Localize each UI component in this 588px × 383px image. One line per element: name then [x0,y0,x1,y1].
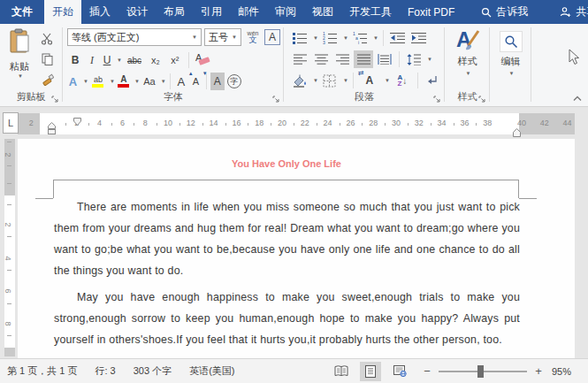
align-center-icon[interactable] [311,50,331,68]
clear-formatting-button[interactable]: A [194,51,213,69]
font-size-dropdown-arrow[interactable]: ▼ [228,34,237,40]
font-name-combobox[interactable]: 等线 (西文正文) ▼ [67,28,202,46]
line-spacing-dropdown-arrow[interactable]: ▼ [427,57,432,62]
collapse-ribbon-icon[interactable] [572,93,583,103]
sort-button[interactable]: AZ ↓ [392,72,413,89]
tab-开始[interactable]: 开始 [44,0,81,24]
word-count[interactable]: 303 个字 [125,364,180,378]
font-dialog-launcher-icon[interactable] [272,95,280,103]
justify-icon[interactable] [354,50,373,68]
shading-dropdown-arrow[interactable]: ▼ [313,78,318,83]
numbering-icon[interactable]: 123 [320,29,340,47]
subscript-button[interactable]: x₂ [147,51,164,69]
zoom-out-button[interactable]: − [423,364,431,378]
tab-视图[interactable]: 视图 [304,0,341,24]
underline-dropdown-arrow[interactable]: ▼ [117,57,122,63]
vertical-ruler[interactable]: 22468 [4,139,15,356]
document-page[interactable]: You Have Only One Life There are moments… [18,139,575,358]
line-spacing-icon[interactable] [404,50,424,68]
asian-layout-button[interactable]: A ⇄ [358,72,381,89]
font-name-dropdown-arrow[interactable]: ▼ [188,34,197,40]
read-mode-icon[interactable] [331,362,352,381]
zoom-slider-thumb[interactable] [477,365,484,378]
highlight-dropdown-arrow[interactable]: ▼ [110,79,115,84]
hanging-indent-marker[interactable] [48,122,56,138]
tab-tell-me[interactable]: 告诉我 [473,0,536,24]
multilevel-list-icon[interactable]: 1ai [350,29,370,47]
font-color-dropdown-arrow[interactable]: ▼ [134,79,140,84]
asian-layout-dropdown-arrow[interactable]: ▼ [385,78,390,83]
bold-button[interactable]: B [67,51,83,69]
tab-审阅[interactable]: 审阅 [267,0,304,24]
decrease-indent-icon[interactable] [388,29,408,47]
tab-开发工具[interactable]: 开发工具 [341,0,400,24]
body-paragraph-2[interactable]: May you have enough happiness to make yo… [54,287,520,350]
page-info[interactable]: 第 1 页，共 1 页 [0,364,86,378]
zoom-in-button[interactable]: + [534,364,543,378]
character-shading-button[interactable]: A [210,73,225,90]
borders-icon[interactable] [320,72,340,89]
editing-dropdown-arrow[interactable]: ▼ [509,71,515,76]
shrink-font-button[interactable]: A▼ [189,73,202,90]
styles-dropdown-arrow[interactable]: ▼ [466,71,471,76]
paste-button[interactable]: 粘贴 ▼ [4,28,35,92]
phonetic-guide-button[interactable]: wén 文 [244,28,262,46]
paste-icon [8,28,31,57]
tab-设计[interactable]: 设计 [118,0,156,24]
right-indent-marker[interactable] [513,125,521,141]
tab-selector[interactable]: L [3,112,19,134]
line-info[interactable]: 行: 3 [86,364,124,378]
tab-share[interactable]: 共享 [552,0,588,24]
editing-button[interactable]: 编辑 ▼ [491,31,531,76]
superscript-button[interactable]: x² [166,51,184,69]
distribute-icon[interactable] [375,50,394,68]
font-color-button[interactable]: A [116,73,132,90]
change-case-button[interactable]: Aa [141,73,158,90]
shading-icon[interactable] [290,72,309,89]
text-effects-button[interactable]: A [65,73,80,90]
underline-button[interactable]: U [101,51,113,69]
paragraph-dialog-launcher-icon[interactable] [433,95,441,103]
tab-文件[interactable]: 文件 [0,0,44,24]
text-effects-dropdown-arrow[interactable]: ▼ [83,79,88,84]
grow-font-button[interactable]: A▲ [174,73,188,90]
tab-邮件[interactable]: 邮件 [230,0,267,24]
numbering-dropdown-arrow[interactable]: ▼ [343,35,348,41]
increase-indent-icon[interactable] [409,29,429,47]
align-right-icon[interactable] [332,50,352,68]
horizontal-ruler[interactable]: 2246810121416182022242628303234363840424… [18,113,575,134]
show-hide-marks-icon[interactable] [423,72,442,89]
borders-dropdown-arrow[interactable]: ▼ [343,78,348,83]
bullets-icon[interactable] [290,29,309,47]
body-paragraph-1[interactable]: There are moments in life when you miss … [54,196,520,281]
styles-dialog-launcher-icon[interactable] [478,95,486,103]
format-painter-icon[interactable] [41,71,54,88]
italic-button[interactable]: I [85,51,99,69]
paste-label: 粘贴 [10,60,29,73]
enclose-characters-button[interactable]: 字 [225,73,243,90]
strikethrough-button[interactable]: abc [124,51,145,69]
tab-Foxit PDF[interactable]: Foxit PDF [400,0,462,24]
zoom-slider[interactable] [439,371,527,372]
clipboard-dialog-launcher-icon[interactable] [51,95,59,103]
bullets-dropdown-arrow[interactable]: ▼ [313,35,318,41]
language-status[interactable]: 英语(美国) [180,364,243,378]
font-size-combobox[interactable]: 五号 ▼ [204,28,241,46]
print-layout-icon[interactable] [360,362,381,381]
tab-插入[interactable]: 插入 [81,0,118,24]
styles-button[interactable]: A 样式 ▼ [446,27,489,76]
paste-dropdown-arrow[interactable]: ▼ [18,73,23,79]
cut-icon[interactable] [41,30,54,48]
tab-引用[interactable]: 引用 [193,0,230,24]
multilevel-dropdown-arrow[interactable]: ▼ [373,35,378,41]
first-line-indent-marker[interactable] [73,113,81,129]
change-case-dropdown-arrow[interactable]: ▼ [161,79,166,84]
align-left-icon[interactable] [290,50,309,68]
text-highlight-button[interactable]: ab [89,73,107,90]
zoom-level[interactable]: 95% [552,366,571,377]
copy-icon[interactable] [41,50,54,68]
web-layout-icon[interactable] [389,362,410,381]
character-border-button[interactable]: A [264,29,280,45]
text-boundary-top-line [53,180,519,180]
tab-布局[interactable]: 布局 [156,0,193,24]
